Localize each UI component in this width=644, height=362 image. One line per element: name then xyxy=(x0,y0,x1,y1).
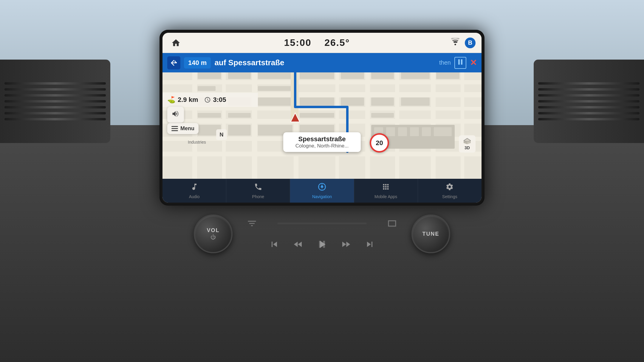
phone-label: Phone xyxy=(252,194,264,199)
location-city-name: Cologne, North-Rhine... xyxy=(289,143,355,149)
svg-rect-33 xyxy=(300,97,334,106)
svg-rect-58 xyxy=(171,130,178,131)
then-label: then xyxy=(439,59,451,66)
3d-view-button[interactable]: 3D xyxy=(459,135,476,153)
vent-line xyxy=(4,88,106,91)
vent-line xyxy=(4,100,106,102)
nav-turn-bar: 140 m auf Spessartstraße then ✕ xyxy=(162,53,482,72)
svg-rect-36 xyxy=(401,97,430,106)
north-indicator: N xyxy=(216,129,227,140)
rewind-button[interactable] xyxy=(291,237,306,252)
nav-item-mobile-apps[interactable]: Mobile Apps xyxy=(354,179,418,203)
nav-item-phone[interactable]: Phone xyxy=(226,179,290,203)
speed-limit-value: 20 xyxy=(376,139,383,147)
nav-item-audio[interactable]: Audio xyxy=(162,179,226,203)
vent-line xyxy=(538,112,640,114)
svg-rect-37 xyxy=(198,113,221,118)
audio-icon xyxy=(190,183,199,193)
right-vent xyxy=(534,60,644,143)
svg-rect-57 xyxy=(171,128,178,129)
checkered-flag-icon: ⛳ xyxy=(167,96,175,104)
vent-line xyxy=(4,118,106,120)
equalizer-button[interactable] xyxy=(244,216,259,231)
bottom-nav-bar: Audio Phone xyxy=(162,179,482,203)
current-time: 15:00 xyxy=(284,37,312,48)
vent-line xyxy=(4,82,106,85)
speed-limit-sign: 20 xyxy=(370,133,389,153)
next-turn-icon xyxy=(454,57,466,69)
temperature: 26.5° xyxy=(324,37,350,48)
route-info-bar: ⛳ 2.9 km 3:05 xyxy=(162,93,258,107)
svg-rect-48 xyxy=(398,127,407,136)
svg-rect-24 xyxy=(258,86,292,91)
route-time: 3:05 xyxy=(204,96,226,104)
route-distance: ⛳ 2.9 km xyxy=(167,96,198,104)
screen-toggle-button[interactable] xyxy=(385,216,400,231)
play-pause-button[interactable] xyxy=(315,237,329,252)
tune-knob[interactable]: TUNE xyxy=(411,215,450,253)
tune-label: TUNE xyxy=(422,231,439,237)
svg-rect-49 xyxy=(410,127,419,136)
mobile-apps-icon xyxy=(382,183,390,193)
infotainment-screen: 15:00 26.5° B xyxy=(162,33,482,203)
dashboard: 15:00 26.5° B xyxy=(0,0,644,362)
turn-direction-icon xyxy=(167,56,180,69)
fast-forward-button[interactable] xyxy=(338,237,353,252)
vent-line xyxy=(4,112,106,114)
top-controls xyxy=(244,216,400,231)
svg-rect-38 xyxy=(228,113,251,118)
svg-rect-2 xyxy=(461,59,462,65)
svg-rect-47 xyxy=(386,127,395,136)
nav-item-settings[interactable]: Settings xyxy=(418,179,482,203)
header-time-temp: 15:00 26.5° xyxy=(183,37,451,48)
vent-line xyxy=(538,82,640,85)
svg-point-0 xyxy=(454,44,456,45)
nav-item-navigation[interactable]: Navigation xyxy=(290,179,354,203)
divider xyxy=(277,223,367,224)
vent-line xyxy=(538,94,640,97)
close-navigation-button[interactable]: ✕ xyxy=(470,58,477,68)
vent-line xyxy=(4,94,106,97)
left-vent xyxy=(0,60,110,143)
navigation-label: Navigation xyxy=(312,194,332,199)
menu-button[interactable]: Menu xyxy=(167,123,199,134)
previous-track-button[interactable] xyxy=(267,237,282,252)
navigation-icon xyxy=(318,183,326,193)
home-button[interactable] xyxy=(168,35,183,50)
svg-rect-21 xyxy=(198,86,216,91)
volume-button[interactable] xyxy=(167,107,184,123)
svg-rect-32 xyxy=(258,97,292,106)
volume-knob[interactable]: VOL ⏻ xyxy=(194,215,233,253)
media-section xyxy=(244,216,400,252)
map-label-industries: Industries xyxy=(188,140,206,145)
settings-label: Settings xyxy=(442,194,457,199)
svg-point-63 xyxy=(321,186,323,188)
svg-rect-1 xyxy=(458,59,460,65)
header-bar: 15:00 26.5° B xyxy=(162,33,482,53)
vol-label: VOL xyxy=(207,227,219,234)
settings-icon xyxy=(445,183,454,193)
svg-rect-39 xyxy=(300,113,334,118)
svg-rect-40 xyxy=(371,113,394,118)
mobile-apps-label: Mobile Apps xyxy=(374,194,397,199)
3d-label: 3D xyxy=(465,145,470,150)
svg-rect-34 xyxy=(341,97,364,106)
svg-rect-42 xyxy=(228,125,251,136)
menu-label: Menu xyxy=(180,125,194,132)
turn-distance: 140 m xyxy=(184,57,211,69)
vent-line xyxy=(538,118,640,120)
audio-label: Audio xyxy=(189,194,200,199)
screen-container: 15:00 26.5° B xyxy=(160,30,484,206)
turn-street-name: auf Spessartstraße xyxy=(214,58,436,67)
svg-rect-51 xyxy=(434,127,452,136)
svg-rect-35 xyxy=(371,97,394,106)
power-icon: ⏻ xyxy=(210,234,216,240)
playback-controls xyxy=(267,237,377,252)
wifi-icon xyxy=(451,38,460,48)
location-street-name: Spessartstraße xyxy=(289,135,355,143)
bluetooth-icon: B xyxy=(465,38,476,48)
svg-rect-50 xyxy=(422,127,431,136)
svg-rect-56 xyxy=(171,126,178,127)
next-track-button[interactable] xyxy=(362,237,377,252)
vent-line xyxy=(4,106,106,108)
